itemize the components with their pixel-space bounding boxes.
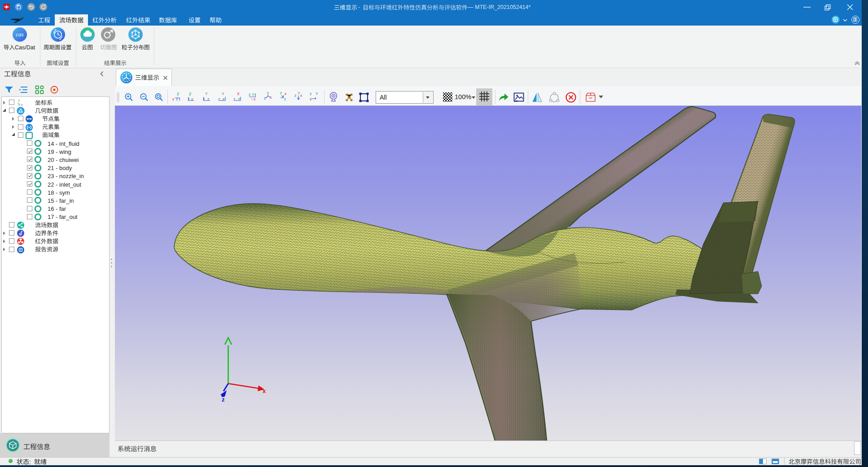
svg-text:Y: Y bbox=[280, 92, 282, 96]
svg-text:z: z bbox=[249, 92, 250, 97]
svg-text:x: x bbox=[285, 92, 287, 96]
svg-text:x: x bbox=[172, 97, 175, 101]
svg-text:Y: Y bbox=[252, 92, 254, 97]
svg-text:Y: Y bbox=[222, 92, 224, 96]
svg-text:x: x bbox=[263, 388, 266, 394]
svg-text:z: z bbox=[264, 96, 266, 100]
svg-text:Y: Y bbox=[205, 92, 208, 96]
svg-text:z: z bbox=[18, 103, 20, 106]
svg-text:X: X bbox=[237, 92, 240, 96]
svg-text:Y: Y bbox=[18, 99, 20, 102]
svg-text:x: x bbox=[300, 93, 302, 98]
svg-text:x: x bbox=[21, 103, 23, 106]
svg-text:Y: Y bbox=[177, 92, 180, 96]
svg-text:x: x bbox=[254, 97, 256, 101]
svg-text:z: z bbox=[294, 93, 296, 98]
svg-text:z: z bbox=[222, 396, 225, 403]
svg-text:Y: Y bbox=[316, 92, 318, 96]
svg-text:z: z bbox=[284, 97, 286, 101]
svg-text:z: z bbox=[310, 92, 311, 96]
svg-text:Y: Y bbox=[189, 92, 192, 96]
svg-text:x: x bbox=[310, 97, 312, 101]
